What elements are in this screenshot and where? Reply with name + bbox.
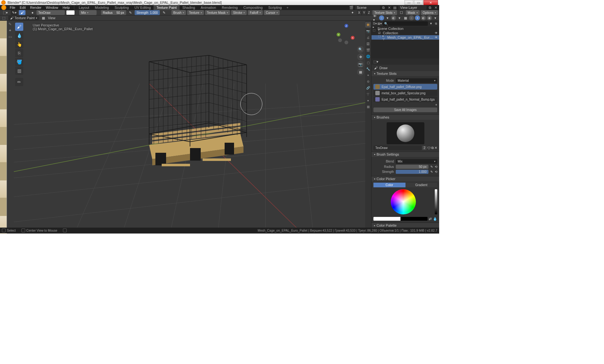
- maximize-button[interactable]: ▭: [414, 0, 423, 5]
- image-editor-strip[interactable]: [0, 21, 7, 234]
- brush-select-icon[interactable]: ✎▾: [11, 10, 18, 15]
- menu-file[interactable]: File: [8, 6, 18, 9]
- viewlayer-icon[interactable]: ▤: [393, 5, 397, 10]
- shading-rendered-icon[interactable]: ◉: [427, 15, 432, 20]
- radius-pressure-icon[interactable]: ✎: [127, 10, 133, 15]
- camera-icon[interactable]: 📷: [357, 61, 364, 68]
- texture-mask-menu[interactable]: Texture Mask: [205, 10, 230, 15]
- options-dropdown[interactable]: Options: [421, 10, 438, 15]
- tab-constraints[interactable]: 🔗: [365, 85, 371, 91]
- scene-new-icon[interactable]: ⧉: [381, 5, 386, 10]
- filter-icon[interactable]: ▼: [429, 22, 433, 25]
- save-all-images-button[interactable]: Save All Images: [373, 108, 437, 112]
- shading-matprev-icon[interactable]: ◐: [421, 15, 426, 20]
- strength-unit-icon[interactable]: ⟲: [435, 170, 437, 174]
- texture-slot-1[interactable]: metal_box_pallet_Specular.png: [373, 90, 437, 96]
- blender-logo-icon[interactable]: [1, 5, 6, 10]
- outliner-collection[interactable]: ▾ ☑ ⬚ Collection 👁: [372, 31, 439, 35]
- overlay-menu-icon[interactable]: ▾: [397, 15, 402, 20]
- eyedropper-icon[interactable]: 💧: [433, 217, 437, 221]
- color-swap-strip[interactable]: [373, 217, 428, 221]
- menu-help[interactable]: Help: [60, 6, 72, 9]
- editor-type-button[interactable]: ⬚▾: [1, 10, 9, 15]
- menu-window[interactable]: Window: [44, 6, 60, 9]
- workspace-modeling[interactable]: Modeling: [92, 5, 112, 10]
- falloff-menu[interactable]: Falloff: [248, 10, 263, 15]
- outliner-search[interactable]: [383, 21, 428, 26]
- mask-dropdown[interactable]: Mask: [406, 10, 420, 15]
- tab-render[interactable]: 📷: [365, 28, 371, 34]
- fake-user-icon[interactable]: 🛡: [427, 146, 431, 150]
- strength-slider[interactable]: Strength 1.000: [135, 10, 160, 15]
- new-collection-icon[interactable]: ⧉: [434, 22, 438, 25]
- shading-wire-icon[interactable]: ○: [409, 15, 414, 20]
- symmetry-axes[interactable]: XYZ: [357, 10, 371, 15]
- tab-world[interactable]: 🌐: [365, 53, 371, 59]
- view-menu[interactable]: View: [48, 16, 55, 20]
- mode-dropdown[interactable]: 🖌 Texture Paint: [8, 16, 39, 20]
- tab-scene[interactable]: 🎬: [365, 47, 371, 53]
- 3d-viewport[interactable]: 🖌 💧 👆 ⎘ 🪣 ▥ ✏ User Perspective (1) Mesh_…: [14, 21, 365, 234]
- tab-color[interactable]: Color: [373, 183, 405, 187]
- img-tool-3[interactable]: ▭: [7, 34, 13, 40]
- brush-new-icon[interactable]: ⧉: [431, 146, 434, 150]
- radius-unit-icon[interactable]: ⟲: [435, 165, 437, 168]
- tab-modifiers[interactable]: 🔧: [365, 66, 371, 72]
- strength-pressure-icon[interactable]: ✎: [430, 170, 433, 174]
- nav-gizmo[interactable]: X Y Z: [335, 23, 357, 45]
- viewlayer-new-icon[interactable]: ⧉: [428, 5, 432, 10]
- scene-icon[interactable]: 🎬: [349, 5, 354, 10]
- section-brushes[interactable]: Brushes: [372, 115, 439, 120]
- workspace-rendering[interactable]: Rendering: [219, 5, 241, 10]
- scene-del-icon[interactable]: ✕: [387, 5, 391, 10]
- workspace-sculpting[interactable]: Sculpting: [112, 5, 131, 10]
- tab-viewlayer[interactable]: 🖼: [365, 41, 371, 47]
- radius-pressure-icon[interactable]: ✎: [430, 165, 433, 168]
- section-brush-settings[interactable]: Brush Settings: [372, 152, 439, 157]
- zoom-icon[interactable]: 🔍: [357, 46, 364, 53]
- outliner-display-icon[interactable]: ▤▾: [378, 22, 382, 25]
- workspace-shading[interactable]: Shading: [180, 5, 198, 10]
- visibility-icon[interactable]: 👁: [434, 36, 438, 39]
- brush-thumb-icon[interactable]: ●: [30, 10, 35, 15]
- viewlayer-input[interactable]: [398, 5, 427, 10]
- mirror-icon[interactable]: ✦: [350, 10, 355, 15]
- persp-icon[interactable]: ▦: [357, 69, 364, 75]
- add-slot-icon[interactable]: +: [435, 103, 437, 107]
- brush-name-field[interactable]: TexDraw: [36, 10, 65, 15]
- editor-icon[interactable]: ⬚: [1, 15, 6, 20]
- mask-checkbox[interactable]: ☐: [398, 10, 405, 15]
- blend-mode-dropdown[interactable]: Mix: [79, 10, 97, 15]
- brush-del-icon[interactable]: ✕: [434, 146, 437, 150]
- tab-texture[interactable]: ▦: [365, 104, 371, 109]
- tab-tool[interactable]: 🛠: [365, 22, 371, 28]
- gizmo-toggle[interactable]: ⊹: [379, 15, 384, 20]
- shading-menu-icon[interactable]: ▾: [433, 15, 438, 20]
- img-tool-1[interactable]: ✎: [7, 21, 13, 27]
- tab-gradient[interactable]: Gradient: [405, 183, 438, 187]
- pan-icon[interactable]: ✥: [357, 53, 364, 60]
- gizmo-menu-icon[interactable]: ▾: [385, 15, 390, 20]
- blend-dropdown[interactable]: Mix: [396, 159, 437, 164]
- section-color-picker[interactable]: Color Picker: [372, 176, 439, 181]
- brush-datablock[interactable]: TexDraw: [373, 146, 422, 150]
- tab-output[interactable]: 🖨: [365, 35, 371, 40]
- section-texture-slots[interactable]: Texture Slots: [372, 71, 439, 76]
- tab-mesh[interactable]: ▽: [365, 91, 371, 97]
- brush-users[interactable]: 2: [422, 146, 427, 150]
- menu-render[interactable]: Render: [28, 6, 44, 9]
- workspace-texturepaint[interactable]: Texture Paint: [154, 5, 179, 10]
- workspace-animation[interactable]: Animation: [198, 5, 219, 10]
- value-slider[interactable]: [435, 189, 437, 214]
- workspace-scripting[interactable]: Scripting: [266, 5, 285, 10]
- img-tool-2[interactable]: ✦: [7, 28, 13, 33]
- texture-slot-2[interactable]: Epal_half_pallet_n_Normal_Bump.tga: [373, 97, 437, 102]
- props-type-icon[interactable]: ⬚▾: [373, 60, 378, 64]
- radius-field[interactable]: 50 px: [396, 165, 428, 169]
- minimize-button[interactable]: —: [405, 0, 413, 5]
- strength-pressure-icon[interactable]: ✎: [161, 10, 167, 15]
- outliner-type-icon[interactable]: ☰▾: [373, 22, 377, 25]
- tab-particles[interactable]: ✦: [365, 72, 371, 78]
- tab-object[interactable]: ▢: [365, 60, 371, 65]
- select-vis-icon[interactable]: 👁▾: [373, 15, 378, 20]
